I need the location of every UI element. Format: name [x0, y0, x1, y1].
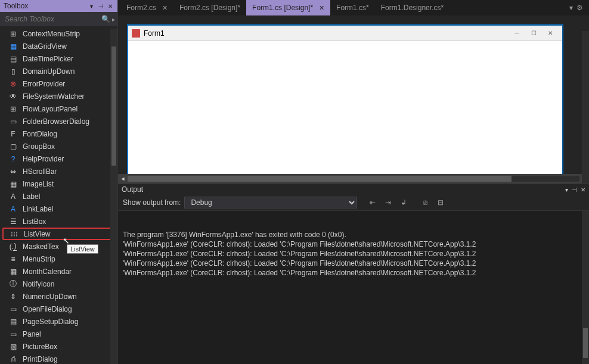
toggle-icon[interactable]: ⊟	[435, 197, 447, 209]
toolbox-item-openfiledialog[interactable]: ▭OpenFileDialog	[0, 303, 117, 315]
toolbox-item-groupbox[interactable]: ▢GroupBox	[0, 140, 117, 153]
toolbox-item-linklabel[interactable]: ALinkLabel	[0, 203, 117, 215]
scroll-thumb[interactable]	[128, 176, 512, 182]
dropdown-icon[interactable]: ▾	[565, 186, 568, 193]
fontdialog-icon: F	[8, 129, 18, 139]
gear-icon[interactable]: ⚙	[576, 4, 583, 12]
output-text[interactable]: The program '[3376] WinFormsApp1.exe' ha…	[118, 211, 589, 365]
minimize-icon[interactable]: ─	[509, 30, 525, 36]
dropdown-icon[interactable]: ▾	[88, 2, 95, 10]
toolbox-item-label: HScrollBar	[23, 167, 57, 176]
contextmenustrip-icon: ⊞	[8, 29, 18, 39]
toolbox-item-label: PictureBox	[23, 343, 57, 351]
close-icon[interactable]: ✕	[319, 4, 324, 12]
flowlayoutpanel-icon: ⊞	[8, 104, 18, 114]
maximize-icon[interactable]: ☐	[525, 30, 542, 36]
output-source-select[interactable]: Debug	[184, 197, 357, 209]
scroll-left-icon[interactable]: ◄	[118, 176, 128, 182]
tab-form1designercs[interactable]: Form1.Designer.cs*	[375, 0, 450, 15]
toolbox-item-filesystemwatcher[interactable]: 👁FileSystemWatcher	[0, 90, 117, 102]
toolbox-item-pagesetupdialog[interactable]: ▤PageSetupDialog	[0, 315, 117, 328]
toolbox-item-hscrollbar[interactable]: ⇔HScrollBar	[0, 165, 117, 178]
output-v-scrollbar[interactable]	[582, 211, 589, 365]
pin-icon[interactable]: ⊣	[572, 186, 577, 193]
tab-form1csdesign[interactable]: Form1.cs [Design]*✕	[246, 0, 330, 15]
tab-form2cs[interactable]: Form2.cs✕	[120, 0, 173, 15]
word-wrap-icon[interactable]: ↲	[398, 197, 410, 209]
toolbox-panel: Toolbox ▾ ⊣ ✕ 🔍 ▸ ⊞ContextMenuStrip▦Data…	[0, 0, 118, 364]
scroll-track[interactable]	[128, 176, 579, 182]
clear-icon[interactable]: ⎚	[419, 197, 431, 209]
search-input[interactable]	[5, 15, 101, 23]
toolbox-item-folderbrowserdialog[interactable]: ▭FolderBrowserDialog	[0, 115, 117, 127]
output-title: Output	[122, 185, 143, 194]
pagesetupdialog-icon: ▤	[8, 317, 18, 326]
tab-label: Form1.cs*	[336, 4, 369, 12]
toolbox-item-errorprovider[interactable]: ⊗ErrorProvider	[0, 77, 117, 90]
search-icon[interactable]: 🔍	[101, 15, 110, 23]
tab-label: Form1.cs [Design]*	[252, 4, 313, 12]
output-source-label: Show output from:	[123, 198, 181, 207]
pin-icon[interactable]: ⊣	[97, 2, 104, 10]
output-line: 'WinFormsApp1.exe' (CoreCLR: clrhost): L…	[123, 259, 584, 268]
form-window[interactable]: Form1 ─ ☐ ✕	[128, 25, 563, 183]
toolbox-item-flowlayoutpanel[interactable]: ⊞FlowLayoutPanel	[0, 102, 117, 115]
toolbox-item-picturebox[interactable]: ▧PictureBox	[0, 340, 117, 353]
toolbox-item-menustrip[interactable]: ≡MenuStrip	[0, 253, 117, 265]
toolbox-list[interactable]: ⊞ContextMenuStrip▦DataGridView▤DateTimeP…	[0, 26, 117, 364]
chevron-right-icon[interactable]: ▸	[112, 16, 115, 23]
errorprovider-icon: ⊗	[8, 79, 18, 89]
indent-left-icon[interactable]: ⇤	[367, 197, 379, 209]
close-icon[interactable]: ✕	[542, 30, 559, 36]
toolbox-item-monthcalendar[interactable]: ▦MonthCalendar	[0, 265, 117, 278]
tab-label: Form2.cs	[126, 4, 156, 12]
close-icon[interactable]: ✕	[162, 4, 168, 12]
tab-form2csdesign[interactable]: Form2.cs [Design]*	[173, 0, 246, 15]
toolbox-item-label: Panel	[23, 330, 41, 338]
designer-h-scrollbar[interactable]: ◄ ►	[118, 174, 589, 183]
indent-right-icon[interactable]: ⇥	[382, 197, 394, 209]
toolbox-item-imagelist[interactable]: ▦ImageList	[0, 178, 117, 190]
toolbox-item-domainupdown[interactable]: ▯DomainUpDown	[0, 65, 117, 77]
datetimepicker-icon: ▤	[8, 54, 18, 64]
toolbox-item-printdialog[interactable]: ⎙PrintDialog	[0, 353, 117, 364]
openfiledialog-icon: ▭	[8, 304, 18, 314]
output-line: 'WinFormsApp1.exe' (CoreCLR: clrhost): L…	[123, 268, 584, 278]
toolbox-item-listview[interactable]: ⁝⁝⁝ListView	[2, 228, 115, 240]
toolbox-item-label: FileSystemWatcher	[23, 92, 85, 101]
toolbox-item-contextmenustrip[interactable]: ⊞ContextMenuStrip	[0, 27, 117, 40]
notifyicon-icon: ⓘ	[8, 279, 18, 289]
hscrollbar-icon: ⇔	[8, 167, 18, 176]
toolbox-item-label: MaskedTex	[23, 242, 59, 251]
domainupdown-icon: ▯	[8, 67, 18, 76]
linklabel-icon: A	[8, 204, 18, 214]
designer-surface[interactable]: Form1 ─ ☐ ✕ ◄ ►	[118, 15, 589, 183]
form-client-area[interactable]	[128, 41, 562, 183]
toolbox-item-label: ImageList	[23, 180, 54, 188]
toolbox-scrollbar[interactable]	[110, 29, 117, 364]
datagridview-icon: ▦	[8, 42, 18, 51]
toolbox-item-notifyicon[interactable]: ⓘNotifyIcon	[0, 278, 117, 290]
main-area: Form2.cs✕Form2.cs [Design]*Form1.cs [Des…	[118, 0, 589, 364]
designer-v-scrollbar[interactable]	[582, 31, 589, 183]
toolbox-item-label: NumericUpDown	[23, 293, 77, 301]
toolbox-item-label: FolderBrowserDialog	[23, 117, 89, 126]
toolbox-item-numericupdown[interactable]: ⇕NumericUpDown	[0, 290, 117, 303]
dropdown-icon[interactable]: ▾	[569, 4, 573, 12]
toolbox-item-label[interactable]: ALabel	[0, 190, 117, 203]
toolbox-item-label: LinkLabel	[23, 205, 53, 213]
tab-form1cs[interactable]: Form1.cs*	[330, 0, 375, 15]
scrollbar-thumb[interactable]	[111, 46, 116, 166]
toolbox-item-label: PageSetupDialog	[23, 318, 78, 326]
close-icon[interactable]: ✕	[107, 2, 114, 10]
toolbox-item-fontdialog[interactable]: FFontDialog	[0, 127, 117, 140]
close-icon[interactable]: ✕	[581, 186, 585, 193]
toolbox-item-helpprovider[interactable]: ?HelpProvider	[0, 153, 117, 165]
toolbox-item-listbox[interactable]: ☰ListBox	[0, 215, 117, 228]
form-title: Form1	[144, 29, 509, 38]
toolbox-item-datetimepicker[interactable]: ▤DateTimePicker	[0, 52, 117, 65]
toolbox-item-datagridview[interactable]: ▦DataGridView	[0, 40, 117, 52]
toolbox-item-panel[interactable]: ▭Panel	[0, 328, 117, 340]
scrollbar-thumb[interactable]	[583, 328, 588, 358]
toolbox-item-maskedtex[interactable]: (.)̲MaskedTex	[0, 240, 117, 253]
